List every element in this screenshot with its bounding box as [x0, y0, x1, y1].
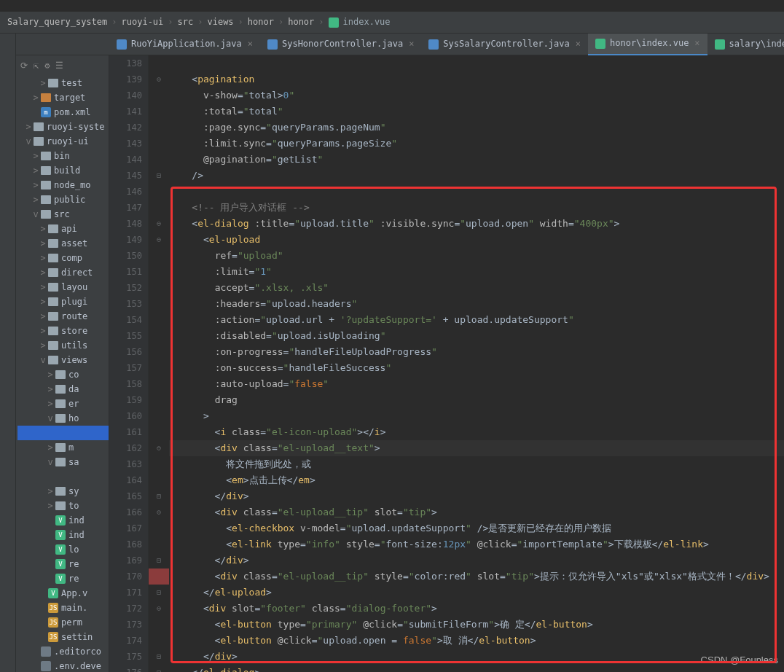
line-number[interactable]: 150 — [115, 248, 142, 264]
code-line[interactable]: :auto-upload="false" — [169, 376, 784, 392]
fold-mark[interactable] — [149, 152, 169, 168]
expand-icon[interactable]: > — [39, 222, 47, 236]
tree-row[interactable] — [17, 469, 109, 484]
tree-row[interactable]: Vre — [17, 557, 109, 571]
expand-icon[interactable]: > — [47, 397, 54, 411]
tab-4[interactable]: salary\index.vue× — [707, 34, 784, 55]
expand-icon[interactable]: > — [39, 281, 47, 294]
tool-window-strip[interactable] — [0, 34, 16, 672]
tree-row[interactable]: >m — [17, 440, 109, 455]
fold-mark[interactable] — [149, 120, 169, 136]
line-number[interactable]: 172 — [115, 601, 142, 617]
gear-icon[interactable]: ⚙ — [44, 59, 50, 73]
line-number-gutter[interactable]: 1381391401411421431441451461471481491501… — [109, 55, 149, 672]
code-line[interactable]: <el-link type="info" style="font-size:12… — [169, 536, 784, 552]
expand-icon[interactable]: v — [47, 412, 54, 426]
fold-mark[interactable] — [149, 617, 169, 633]
expand-icon[interactable]: > — [32, 91, 39, 105]
code-line[interactable]: :total="total" — [169, 103, 784, 120]
expand-icon[interactable]: > — [39, 295, 47, 309]
line-number[interactable]: 157 — [115, 360, 142, 376]
tree-row[interactable]: >build — [17, 163, 109, 178]
tree-row[interactable]: >direct — [17, 265, 109, 280]
tree-row[interactable]: VApp.v — [17, 586, 109, 601]
line-number[interactable]: 156 — [115, 344, 142, 360]
code-line[interactable]: <div class="el-upload__tip" slot="tip"> — [169, 504, 784, 520]
line-number[interactable]: 138 — [115, 55, 142, 71]
fold-mark[interactable]: ⊖ — [149, 71, 169, 87]
tree-row[interactable]: >node_mo — [17, 178, 109, 192]
code-line[interactable]: <em>点击上传</em> — [169, 472, 784, 488]
line-number[interactable]: 154 — [115, 312, 142, 328]
line-number[interactable]: 166 — [115, 504, 142, 520]
crumb-0[interactable]: Salary_query_system — [7, 15, 107, 29]
code-line[interactable]: </el-upload> — [169, 585, 784, 601]
tab-1[interactable]: SysHonorController.java× — [260, 34, 421, 55]
line-number[interactable]: 174 — [115, 633, 142, 649]
expand-icon[interactable]: > — [39, 77, 47, 90]
tree-row[interactable]: >ruoyi-syste — [17, 120, 109, 134]
line-number[interactable]: 159 — [115, 392, 142, 408]
code-line[interactable]: v-show="total>0" — [169, 87, 784, 103]
line-number[interactable]: 151 — [115, 264, 142, 280]
fold-mark[interactable]: ⊖ — [149, 504, 169, 520]
line-number[interactable]: 158 — [115, 376, 142, 392]
tree-row[interactable]: >da — [17, 382, 109, 396]
fold-mark[interactable] — [149, 424, 169, 440]
code-line[interactable]: > — [169, 408, 784, 424]
code-line[interactable]: <div slot="footer" class="dialog-footer"… — [169, 601, 784, 617]
tree-row[interactable]: vsa — [17, 455, 109, 469]
tree-row[interactable]: >asset — [17, 236, 109, 251]
line-number[interactable]: 176 — [115, 665, 142, 672]
code-line[interactable]: drag — [169, 392, 784, 408]
expand-icon[interactable]: > — [39, 324, 47, 338]
tree-row[interactable]: >test — [17, 76, 109, 90]
line-number[interactable]: 165 — [115, 488, 142, 504]
tree-row[interactable]: JSperm — [17, 615, 109, 630]
fold-mark[interactable] — [149, 472, 169, 488]
tree-row[interactable]: >layou — [17, 280, 109, 294]
line-number[interactable]: 173 — [115, 617, 142, 633]
close-icon[interactable]: × — [576, 37, 581, 51]
expand-icon[interactable]: v — [25, 135, 32, 149]
fold-mark[interactable] — [149, 296, 169, 312]
tree-row[interactable]: >sy — [17, 484, 109, 499]
fold-mark[interactable] — [149, 408, 169, 424]
fold-mark[interactable] — [149, 376, 169, 392]
fold-mark[interactable]: ⊟ — [149, 649, 169, 665]
code-line[interactable]: :on-progress="handleFileUploadProgress" — [169, 344, 784, 360]
fold-mark[interactable] — [149, 456, 169, 472]
expand-icon[interactable]: > — [47, 441, 54, 455]
line-number[interactable]: 146 — [115, 184, 142, 200]
code-line[interactable]: :page.sync="queryParams.pageNum" — [169, 120, 784, 136]
tree-row[interactable]: >route — [17, 309, 109, 324]
tree-row[interactable]: >comp — [17, 251, 109, 265]
code-line[interactable]: </div> — [169, 552, 784, 569]
close-icon[interactable]: × — [409, 37, 414, 51]
tree-row[interactable]: Vind — [17, 528, 109, 542]
expand-icon[interactable]: > — [39, 237, 47, 251]
line-number[interactable]: 163 — [115, 456, 142, 472]
tree-row[interactable]: >target — [17, 90, 109, 105]
fold-mark[interactable] — [149, 200, 169, 216]
tree-row[interactable]: mpom.xml — [17, 105, 109, 120]
tree-row[interactable]: Vind — [17, 513, 109, 528]
expand-icon[interactable]: > — [39, 251, 47, 265]
code-line[interactable]: <el-checkbox v-model="upload.updateSuppo… — [169, 520, 784, 536]
fold-mark[interactable]: ⊟ — [149, 552, 169, 569]
code-line[interactable] — [169, 184, 784, 200]
tree-row[interactable]: JSsettin — [17, 630, 109, 644]
fold-mark[interactable] — [149, 184, 169, 200]
fold-mark[interactable] — [149, 87, 169, 103]
fold-mark[interactable]: ⊟ — [149, 585, 169, 601]
line-number[interactable]: 139 — [115, 71, 142, 87]
line-number[interactable]: 160 — [115, 408, 142, 424]
code-line[interactable] — [169, 55, 784, 71]
code-line[interactable]: </div> — [169, 488, 784, 504]
fold-mark[interactable]: ⊟ — [149, 168, 169, 184]
code-line[interactable]: <!-- 用户导入对话框 --> — [169, 200, 784, 216]
fold-mark[interactable]: ⊖ — [149, 216, 169, 232]
expand-icon[interactable]: > — [32, 193, 39, 207]
line-number[interactable]: 155 — [115, 328, 142, 344]
tree-row[interactable]: >plugi — [17, 294, 109, 309]
